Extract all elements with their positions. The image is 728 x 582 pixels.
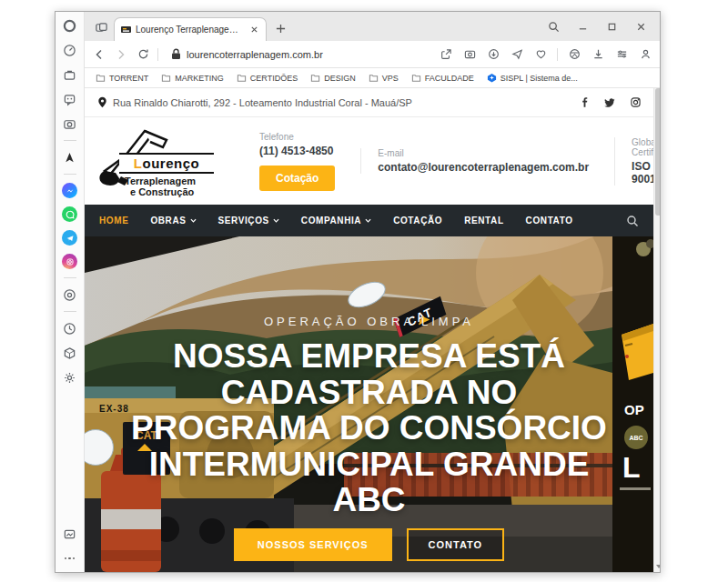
browser-main: Lourenço Terraplenagem e	[85, 12, 660, 572]
site-topbar: Rua Rinaldo Chiarotti, 292 - Loteamento …	[85, 88, 653, 117]
chevron-down-icon	[190, 218, 197, 223]
email-value[interactable]: contato@lourencoterraplenagem.com.br	[378, 161, 589, 174]
bookmark-heart-icon[interactable]	[533, 47, 548, 62]
close-icon[interactable]	[634, 20, 647, 33]
bookmark-folder[interactable]: DESIGN	[310, 73, 356, 83]
email-label: E-mail	[378, 148, 589, 158]
reload-icon[interactable]	[136, 47, 150, 62]
nav-item-companhia[interactable]: COMPANHIA	[301, 216, 371, 226]
url-text[interactable]: lourencoterraplenagem.com.br	[187, 49, 323, 60]
sidebar-more-icon[interactable]	[62, 550, 78, 567]
extensions-icon[interactable]	[62, 345, 78, 361]
bookmark-folder[interactable]: VPS	[369, 73, 399, 83]
minimize-icon[interactable]	[576, 20, 589, 33]
flow-send-icon[interactable]	[510, 47, 524, 62]
preview-badge-abc: ABC	[624, 426, 648, 449]
player-icon[interactable]	[62, 286, 78, 303]
next-slide-preview[interactable]: OP ABC L	[612, 236, 653, 572]
browser-tab[interactable]: Lourenço Terraplenagem e	[114, 17, 267, 41]
url-bar[interactable]: lourencoterraplenagem.com.br	[171, 48, 323, 60]
snapshot-icon[interactable]	[62, 115, 78, 132]
browser-window: Lourenço Terraplenagem e	[55, 11, 661, 573]
chevron-down-icon	[365, 218, 371, 223]
preview-small-text	[620, 487, 651, 490]
nav-item-obras[interactable]: OBRAS	[150, 216, 196, 226]
logo-tagline-2: e Construção	[130, 186, 194, 197]
page-scrollbar[interactable]	[653, 88, 660, 572]
opera-menu-icon[interactable]	[62, 17, 78, 34]
toolbar-right-icons	[439, 47, 652, 62]
bookmark-extension[interactable]: SISPL | Sistema de...	[487, 73, 578, 83]
whatsapp-icon[interactable]	[62, 206, 77, 222]
nav-item-contato[interactable]: CONTATO	[526, 216, 573, 226]
search-icon[interactable]	[547, 20, 560, 33]
address-text: Rua Rinaldo Chiarotti, 292 - Loteamento …	[113, 97, 412, 108]
workspaces-icon[interactable]	[62, 66, 78, 83]
bookmark-label: SISPL | Sistema de...	[500, 74, 578, 83]
nav-item-rental[interactable]: RENTAL	[464, 216, 503, 226]
tab-strip: Lourenço Terraplenagem e	[85, 12, 660, 41]
bookmark-label: MARKETING	[175, 74, 224, 83]
tab-title: Lourenço Terraplenagem e	[136, 25, 244, 35]
bookmark-label: TORRENT	[109, 74, 148, 83]
sidebar-divider	[64, 311, 76, 312]
instagram-icon[interactable]	[62, 254, 77, 269]
toolbar-divider	[157, 48, 158, 61]
tab-favicon-icon	[121, 25, 131, 35]
main-nav: HOME OBRAS SERVIÇOS COMPANHIA COTAÇÃO RE…	[85, 205, 653, 236]
instagram-icon[interactable]	[630, 97, 641, 108]
quote-button[interactable]: Cotação	[259, 166, 335, 191]
messenger-icon[interactable]	[62, 183, 77, 198]
forward-icon[interactable]	[114, 47, 128, 62]
profile-icon[interactable]	[638, 47, 652, 62]
wallet-icon[interactable]	[567, 47, 581, 62]
nav-item-servicos[interactable]: SERVIÇOS	[218, 216, 279, 226]
webpage: Rua Rinaldo Chiarotti, 292 - Loteamento …	[85, 88, 653, 572]
chat-icon[interactable]	[62, 91, 78, 107]
snapshot-camera-icon[interactable]	[462, 47, 477, 62]
history-icon[interactable]	[62, 320, 78, 336]
downloads-icon[interactable]	[591, 47, 605, 62]
bookmark-folder[interactable]: TORRENT	[96, 73, 148, 83]
new-tab-button[interactable]	[270, 17, 290, 39]
pin-icon[interactable]	[486, 47, 500, 62]
share-icon[interactable]	[439, 47, 453, 62]
bookmarks-bar: TORRENT MARKETING CERTIDÕES DESIGN VPS F…	[85, 68, 660, 88]
bookmark-folder[interactable]: FACULDADE	[411, 73, 474, 83]
back-icon[interactable]	[92, 47, 106, 62]
bookmark-label: CERTIDÕES	[250, 74, 298, 83]
page-viewport: Rua Rinaldo Chiarotti, 292 - Loteamento …	[85, 88, 660, 572]
hero-slide: CAT EX-38 CAT	[85, 236, 612, 572]
facebook-icon[interactable]	[579, 97, 590, 108]
settings-gear-icon[interactable]	[62, 369, 78, 386]
start-page-icon[interactable]	[62, 42, 78, 58]
contact-button[interactable]: CONTATO	[407, 528, 505, 561]
telegram-icon[interactable]	[62, 230, 77, 246]
hero-carousel: CAT EX-38 CAT	[85, 236, 653, 572]
tab-tiling-icon[interactable]	[92, 17, 110, 37]
bookmark-folder[interactable]: CERTIDÕES	[237, 73, 298, 83]
nav-item-cotacao[interactable]: COTAÇÃO	[393, 216, 442, 226]
bookmark-label: DESIGN	[324, 74, 356, 83]
site-logo[interactable]: Lourenço Terraplenagem e Construção	[97, 124, 217, 198]
lock-icon	[171, 48, 181, 60]
nav-search-icon[interactable]	[626, 215, 639, 227]
aria-icon[interactable]	[62, 149, 78, 166]
nav-item-home[interactable]: HOME	[99, 216, 128, 226]
cat-brand-panel: CAT	[123, 422, 170, 475]
scrollbar-thumb[interactable]	[655, 88, 660, 216]
browser-sidebar	[56, 12, 85, 572]
logo-tagline-1: Terraplenagem	[125, 176, 196, 186]
window-controls	[547, 12, 652, 41]
phone-value: (11) 4513-4850	[259, 145, 335, 157]
maximize-icon[interactable]	[605, 20, 618, 33]
tune-icon[interactable]	[614, 47, 629, 62]
tab-close-icon[interactable]	[248, 25, 259, 35]
scrollbar-down-button[interactable]	[654, 561, 660, 572]
services-button[interactable]: NOSSOS SERVIÇOS	[234, 528, 392, 561]
location-pin-icon	[97, 96, 107, 108]
bookmark-folder[interactable]: MARKETING	[161, 73, 224, 83]
machine-model-label: EX-38	[99, 404, 129, 414]
twitter-icon[interactable]	[604, 97, 615, 108]
pinboards-icon[interactable]	[62, 526, 78, 542]
